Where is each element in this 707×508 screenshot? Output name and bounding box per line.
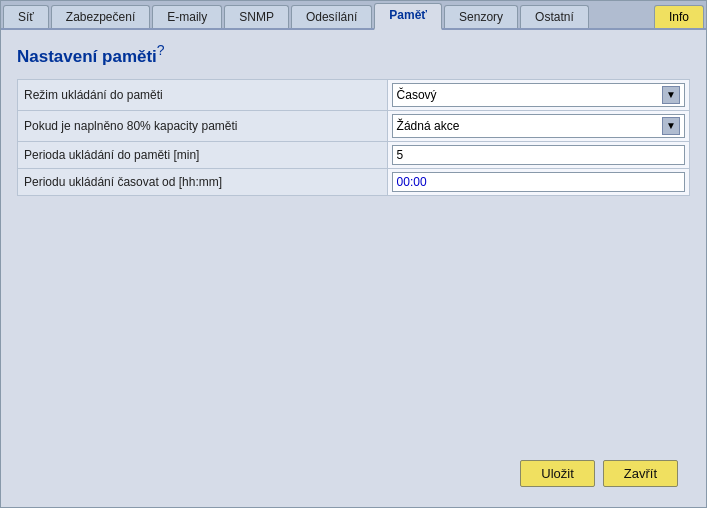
- field-label-kapacita: Pokud je naplněno 80% kapacity paměti: [18, 110, 388, 141]
- table-row: Režim ukládání do paměti Časový ▼: [18, 79, 690, 110]
- select-rezim-value: Časový: [397, 88, 437, 102]
- select-rezim[interactable]: Časový ▼: [392, 83, 685, 107]
- field-label-casovat: Periodu ukládání časovat od [hh:mm]: [18, 168, 388, 195]
- tab-info[interactable]: Info: [654, 5, 704, 28]
- table-row: Pokud je naplněno 80% kapacity paměti Žá…: [18, 110, 690, 141]
- save-button[interactable]: Uložit: [520, 460, 595, 487]
- tab-senzory[interactable]: Senzory: [444, 5, 518, 28]
- tab-zabezpeceni[interactable]: Zabezpečení: [51, 5, 150, 28]
- tab-ostatni[interactable]: Ostatní: [520, 5, 589, 28]
- field-value-perioda: 5: [387, 141, 689, 168]
- settings-form: Režim ukládání do paměti Časový ▼ Pokud …: [17, 79, 690, 196]
- main-window: Síť Zabezpečení E-maily SNMP Odesílání P…: [0, 0, 707, 508]
- table-row: Perioda ukládání do paměti [min] 5: [18, 141, 690, 168]
- tab-snmp[interactable]: SNMP: [224, 5, 289, 28]
- field-value-kapacita: Žádná akce ▼: [387, 110, 689, 141]
- close-button[interactable]: Zavřít: [603, 460, 678, 487]
- tab-bar: Síť Zabezpečení E-maily SNMP Odesílání P…: [1, 1, 706, 30]
- select-kapacita[interactable]: Žádná akce ▼: [392, 114, 685, 138]
- help-icon[interactable]: ?: [157, 42, 165, 58]
- select-kapacita-arrow[interactable]: ▼: [662, 117, 680, 135]
- field-value-casovat: 00:00: [387, 168, 689, 195]
- input-casovat[interactable]: 00:00: [392, 172, 685, 192]
- main-content: Nastavení paměti? Režim ukládání do pamě…: [1, 30, 706, 507]
- field-label-rezim: Režim ukládání do paměti: [18, 79, 388, 110]
- tab-pamet[interactable]: Paměť: [374, 3, 442, 30]
- select-kapacita-value: Žádná akce: [397, 119, 460, 133]
- table-row: Periodu ukládání časovat od [hh:mm] 00:0…: [18, 168, 690, 195]
- tab-emaily[interactable]: E-maily: [152, 5, 222, 28]
- select-rezim-arrow[interactable]: ▼: [662, 86, 680, 104]
- button-bar: Uložit Zavřít: [17, 452, 690, 497]
- tab-odesilani[interactable]: Odesílání: [291, 5, 372, 28]
- tab-sit[interactable]: Síť: [3, 5, 49, 28]
- field-value-rezim: Časový ▼: [387, 79, 689, 110]
- field-label-perioda: Perioda ukládání do paměti [min]: [18, 141, 388, 168]
- page-title: Nastavení paměti?: [17, 42, 690, 67]
- input-perioda[interactable]: 5: [392, 145, 685, 165]
